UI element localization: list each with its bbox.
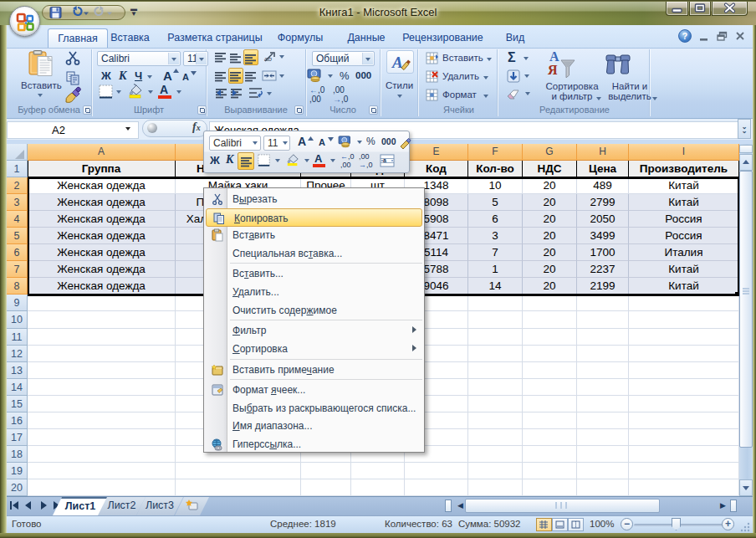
svg-text:Я: Я [548, 63, 558, 77]
svg-text:ab: ab [264, 55, 272, 63]
svg-text:А: А [549, 49, 559, 64]
svg-text:a: a [383, 157, 386, 163]
svg-text:A: A [391, 54, 403, 71]
